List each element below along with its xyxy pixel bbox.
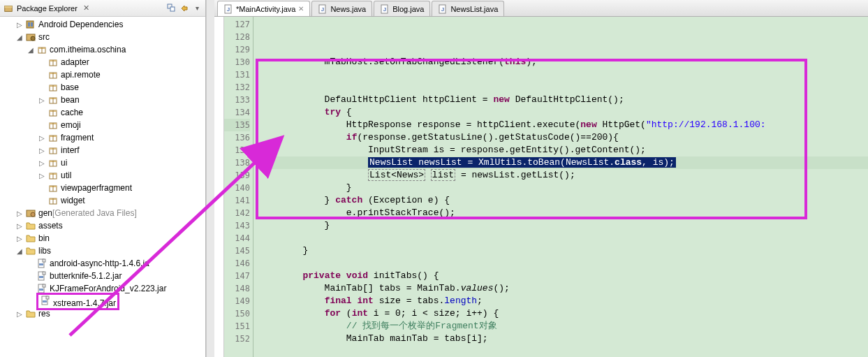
twisty-icon[interactable]: ◢ — [14, 34, 25, 41]
sidebar-scrollbar[interactable] — [206, 0, 214, 357]
code-line[interactable]: MainTab[] tabs = MainTab.values(); — [259, 282, 868, 295]
link-editor-icon[interactable] — [179, 3, 190, 14]
package-tree[interactable]: ▷Android Dependencies◢src◢com.itheima.os… — [0, 17, 205, 357]
tree-item[interactable]: butterknife-5.1.2.jar — [0, 270, 205, 282]
code-line[interactable] — [259, 68, 868, 81]
collapse-all-icon[interactable] — [166, 3, 177, 14]
line-gutter: 1271281291301311321331341351361371381391… — [224, 17, 253, 357]
tree-item[interactable]: ▷util — [0, 169, 205, 182]
tree-item-label: android-async-http-1.4.6.ja — [50, 258, 149, 268]
jar-icon — [40, 295, 51, 306]
gen-icon — [25, 207, 36, 219]
tree-item[interactable]: ▷ui — [0, 156, 205, 169]
tree-item[interactable]: adapter — [0, 56, 205, 68]
java-file-icon: J — [438, 4, 448, 14]
tree-item-label: api.remote — [61, 70, 101, 80]
tree-item[interactable]: widget — [0, 194, 205, 207]
line-number: 137 — [224, 144, 250, 156]
code-line[interactable]: DefaultHttpClient httpClient = new Defau… — [259, 94, 868, 106]
twisty-icon[interactable]: ▷ — [14, 310, 25, 318]
view-menu-icon[interactable]: ▾ — [191, 3, 203, 14]
code-line[interactable]: for (int i = 0; i < size; i++) { — [259, 307, 868, 320]
code-line[interactable] — [259, 257, 868, 270]
code-line[interactable]: final int size = tabs.length; — [259, 295, 868, 307]
twisty-icon[interactable]: ▷ — [36, 159, 47, 167]
tree-item[interactable]: ▷bin — [0, 232, 205, 245]
twisty-icon[interactable]: ▷ — [36, 134, 47, 142]
code-line[interactable]: // 找到每一个枚举的Fragment对象 — [259, 320, 868, 333]
pkg-icon — [47, 195, 59, 206]
editor-area: J*MainActivity.java✕JNews.javaJBlog.java… — [214, 0, 868, 357]
twisty-icon[interactable]: ▷ — [36, 147, 47, 154]
code-line[interactable]: } catch (Exception e) { — [259, 194, 868, 207]
code-line[interactable]: InputStream is = response.getEntity().ge… — [259, 144, 868, 156]
tree-item[interactable]: api.remote — [0, 68, 205, 81]
tree-item[interactable]: android-async-http-1.4.6.ja — [0, 257, 205, 270]
pkg-icon — [47, 145, 59, 156]
tree-item[interactable]: ◢libs — [0, 245, 205, 257]
tab-label: News.java — [330, 5, 366, 13]
tree-item[interactable]: base — [0, 81, 205, 94]
pkg-icon — [47, 170, 59, 181]
twisty-icon[interactable]: ▷ — [36, 172, 47, 180]
tree-item[interactable]: ◢com.itheima.oschina — [0, 43, 205, 56]
tree-item[interactable]: emoji — [0, 119, 205, 131]
twisty-icon[interactable]: ◢ — [25, 46, 36, 54]
editor-tabs: J*MainActivity.java✕JNews.javaJBlog.java… — [214, 0, 868, 17]
tree-item[interactable]: ▷bean — [0, 94, 205, 106]
code-line[interactable]: private void initTabs() { — [259, 270, 868, 282]
twisty-icon[interactable]: ▷ — [14, 235, 25, 242]
tree-item[interactable]: ▷fragment — [0, 131, 205, 144]
twisty-icon[interactable]: ◢ — [14, 247, 25, 255]
code-line[interactable] — [259, 232, 868, 245]
code-line[interactable]: } — [259, 219, 868, 232]
close-icon[interactable]: ✕ — [298, 5, 304, 13]
line-number: 149 — [224, 295, 250, 307]
tree-item[interactable]: viewpagerfragment — [0, 182, 205, 194]
src-icon — [25, 31, 36, 43]
tree-item[interactable]: ▷interf — [0, 144, 205, 156]
fold-gutter[interactable] — [214, 17, 224, 357]
pkg-icon — [47, 57, 59, 68]
editor-tab[interactable]: JNews.java — [311, 1, 372, 16]
svg-rect-57 — [39, 289, 43, 291]
code-line[interactable]: e.printStackTrace(); — [259, 207, 868, 219]
tree-item[interactable]: ◢src — [0, 31, 205, 43]
tree-item-suffix: [Generated Java Files] — [52, 208, 137, 218]
twisty-icon[interactable]: ▷ — [36, 96, 47, 104]
close-icon[interactable]: ✕ — [83, 3, 89, 13]
editor-tab[interactable]: J*MainActivity.java✕ — [217, 1, 310, 16]
tree-item[interactable]: ▷assets — [0, 219, 205, 232]
twisty-icon[interactable]: ▷ — [14, 222, 25, 230]
tree-item[interactable]: ▷Android Dependencies — [0, 18, 205, 31]
line-number: 130 — [224, 56, 250, 68]
svg-text:J: J — [441, 6, 444, 13]
code-line[interactable]: NewsList newsList = XmlUtils.toBean(News… — [259, 156, 868, 169]
code-line[interactable]: mTabHost.setOnTabChangedListener(this); — [259, 56, 868, 68]
line-number: 135 — [224, 119, 250, 131]
line-number: 133 — [224, 94, 250, 106]
tree-item[interactable]: cache — [0, 106, 205, 119]
tree-item-label: interf — [61, 145, 80, 155]
twisty-icon[interactable]: ▷ — [14, 21, 25, 29]
code-line[interactable]: if(response.getStatusLine().getStatusCod… — [259, 131, 868, 144]
editor-tab[interactable]: JBlog.java — [374, 1, 430, 16]
twisty-icon[interactable]: ▷ — [14, 210, 25, 217]
panel-header: Package Explorer ✕ ▾ — [0, 0, 205, 17]
code-line[interactable]: } — [259, 245, 868, 257]
line-number: 146 — [224, 257, 250, 270]
java-file-icon: J — [380, 4, 390, 14]
tree-item[interactable]: xstream-1.4.7.jar — [0, 295, 205, 307]
code-line[interactable]: MainTab mainTab = tabs[i]; — [259, 333, 868, 345]
tree-item[interactable]: ▷gen [Generated Java Files] — [0, 207, 205, 219]
line-number: 136 — [224, 131, 250, 144]
line-number: 129 — [224, 43, 250, 56]
code-line[interactable]: List<News> list = newsList.getList(); — [259, 169, 868, 182]
editor-tab[interactable]: JNewsList.java — [432, 1, 504, 16]
code-line[interactable] — [259, 81, 868, 94]
code-line[interactable] — [259, 345, 868, 357]
code-line[interactable]: } — [259, 182, 868, 194]
code-line[interactable]: HttpResponse response = httpClient.execu… — [259, 119, 868, 131]
code-area[interactable]: mTabHost.setOnTabChangedListener(this); … — [253, 17, 868, 357]
code-line[interactable]: try { — [259, 106, 868, 119]
